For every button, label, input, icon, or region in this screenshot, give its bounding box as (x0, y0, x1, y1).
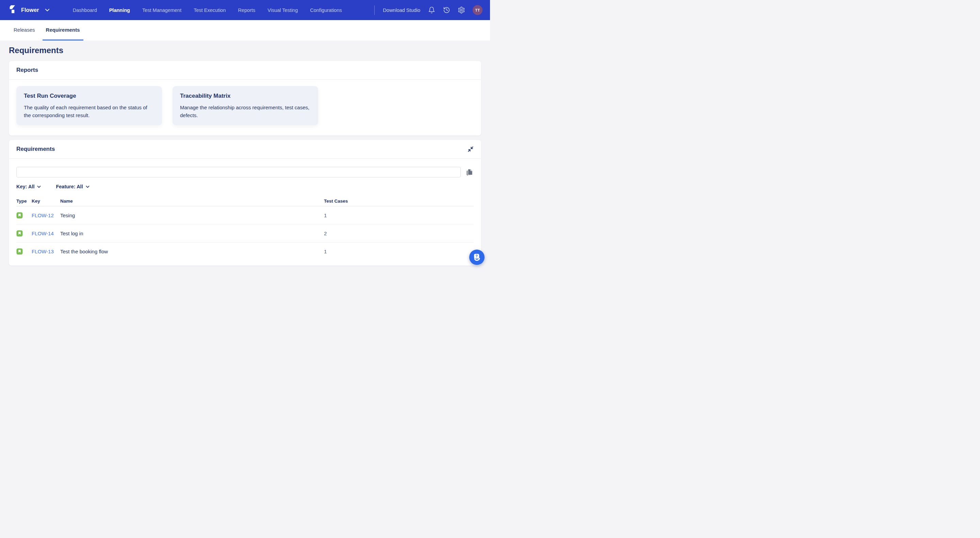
requirement-name: Tesing (60, 212, 324, 218)
search-row (16, 167, 474, 177)
column-header-key: Key (32, 198, 60, 204)
filter-key[interactable]: Key: All (16, 184, 41, 189)
report-tile-title: Test Run Coverage (24, 93, 154, 99)
filter-feature-label: Feature: All (56, 184, 83, 189)
copy-button[interactable] (466, 168, 474, 176)
filters-row: Key: All Feature: All (16, 184, 474, 189)
chevron-down-icon (45, 8, 50, 11)
requirements-card-title: Requirements (16, 146, 55, 153)
requirement-name: Test the booking flow (60, 249, 324, 254)
column-header-type: Type (16, 198, 32, 204)
top-navbar: Flower Dashboard Planning Test Managemen… (0, 0, 490, 20)
table-header-row: Type Key Name Test Cases (16, 196, 474, 206)
help-button[interactable]: ? (469, 250, 485, 265)
nav-item-test-execution[interactable]: Test Execution (194, 8, 226, 13)
project-name: Flower (21, 7, 39, 13)
nav-item-planning[interactable]: Planning (109, 8, 130, 13)
tab-requirements[interactable]: Requirements (43, 20, 83, 40)
table-row: FLOW-14 Test log in 2 (16, 224, 474, 243)
table-row: FLOW-13 Test the booking flow 1 (16, 243, 474, 260)
test-case-count: 1 (324, 249, 474, 254)
test-case-count: 2 (324, 230, 474, 236)
reports-card-header: Reports (9, 61, 481, 80)
page-title: Requirements (9, 46, 481, 55)
reports-card-body: Test Run Coverage The quality of each re… (9, 80, 481, 136)
main-nav: Dashboard Planning Test Management Test … (73, 8, 342, 13)
nav-item-dashboard[interactable]: Dashboard (73, 8, 97, 13)
requirements-card: Requirements Key: All (9, 140, 481, 266)
nav-item-visual-testing[interactable]: Visual Testing (267, 8, 298, 13)
requirement-key-link[interactable]: FLOW-14 (32, 230, 60, 236)
notifications-bell-icon[interactable] (428, 6, 435, 14)
user-avatar[interactable]: TT (473, 5, 482, 15)
requirement-type-icon (16, 212, 23, 219)
nav-item-configurations[interactable]: Configurations (310, 8, 342, 13)
nav-item-test-management[interactable]: Test Management (142, 8, 181, 13)
sub-tabbar: Releases Requirements (0, 20, 490, 40)
requirements-table: Type Key Name Test Cases FLOW-12 Tesing … (16, 196, 474, 260)
navbar-right: Download Studio TT (374, 5, 482, 15)
katalon-logo-icon (8, 5, 15, 16)
tab-requirements-label: Requirements (46, 27, 80, 33)
report-tile-test-run-coverage[interactable]: Test Run Coverage The quality of each re… (16, 86, 162, 125)
requirements-card-body: Key: All Feature: All Type Key Name Test… (9, 159, 481, 260)
requirements-card-header: Requirements (9, 140, 481, 159)
test-case-count: 1 (324, 212, 474, 218)
requirement-key-link[interactable]: FLOW-13 (32, 249, 60, 254)
collapse-panel-button[interactable] (468, 146, 474, 152)
report-tile-description: The quality of each requirement based on… (24, 104, 154, 119)
tab-releases[interactable]: Releases (10, 20, 38, 40)
filter-key-label: Key: All (16, 184, 34, 189)
chevron-down-icon (37, 185, 41, 188)
filter-feature[interactable]: Feature: All (56, 184, 89, 189)
minimize-icon (468, 146, 474, 152)
history-icon[interactable] (443, 6, 450, 14)
report-tile-title: Traceability Matrix (180, 93, 311, 99)
report-tile-description: Manage the relationship across requireme… (180, 104, 311, 119)
requirement-key-link[interactable]: FLOW-12 (32, 212, 60, 218)
report-tile-traceability-matrix[interactable]: Traceability Matrix Manage the relations… (172, 86, 318, 125)
column-header-test-cases: Test Cases (324, 198, 474, 204)
project-switcher[interactable]: Flower (21, 7, 50, 13)
requirement-name: Test log in (60, 230, 324, 236)
requirement-type-icon (16, 248, 23, 255)
help-chat-icon: ? (472, 253, 482, 262)
chevron-down-icon (86, 185, 89, 188)
reports-card: Reports Test Run Coverage The quality of… (9, 61, 481, 136)
tab-releases-label: Releases (14, 27, 35, 33)
download-studio-link[interactable]: Download Studio (383, 8, 420, 13)
copy-icon (466, 168, 474, 176)
table-row: FLOW-12 Tesing 1 (16, 206, 474, 224)
navbar-divider (374, 5, 375, 15)
settings-gear-icon[interactable] (458, 6, 465, 14)
requirement-type-icon (16, 230, 23, 237)
column-header-name: Name (60, 198, 324, 204)
nav-item-reports[interactable]: Reports (238, 8, 256, 13)
svg-text:?: ? (476, 254, 478, 258)
search-input[interactable] (16, 167, 461, 177)
reports-card-title: Reports (16, 67, 38, 73)
